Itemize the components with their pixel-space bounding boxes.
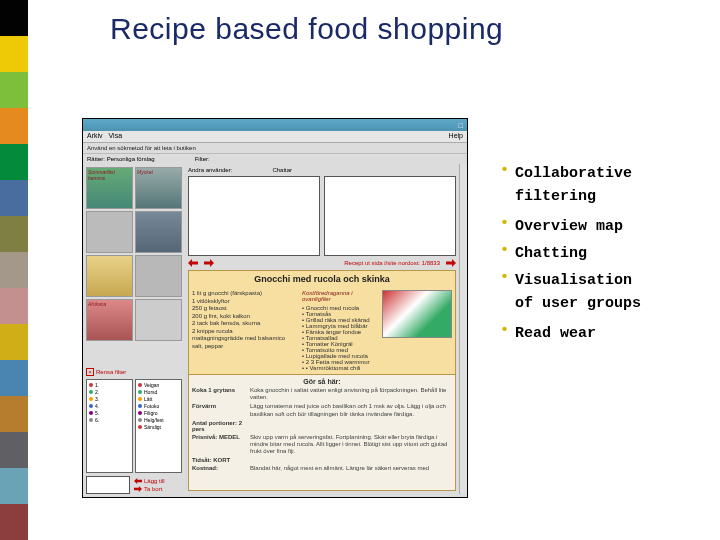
list-item[interactable]: 4. <box>89 403 130 409</box>
list-item[interactable]: 5. <box>89 410 130 416</box>
menu-arkiv[interactable]: Arkiv <box>87 132 103 141</box>
preview-box <box>86 476 130 494</box>
thumb-3[interactable] <box>86 211 133 253</box>
list-item[interactable]: Sändigt <box>138 424 179 430</box>
label-andra: Andra använder: <box>188 167 232 173</box>
label-filter: Filter: <box>195 156 210 162</box>
thumb-1[interactable]: Sommarfäst hemma <box>86 167 133 209</box>
list-item[interactable]: Horsd <box>138 389 179 395</box>
list-item[interactable]: 6. <box>89 417 130 423</box>
list-item[interactable]: • Varmrökttomat chili <box>302 365 378 371</box>
arrow-right-icon <box>134 486 142 492</box>
suggestion-list[interactable]: Gnocchi med rucolaTomatsåsGrillad räka m… <box>302 305 378 371</box>
page-counter: Recept ut sida i/site nordost: 1/8833 <box>344 260 440 266</box>
thumb-8[interactable] <box>135 299 182 341</box>
list-item[interactable]: 1. <box>89 382 130 388</box>
overview-map-box[interactable] <box>188 176 320 256</box>
ta-bort-link[interactable]: Ta bort <box>134 486 165 492</box>
close-icon: × <box>86 368 94 376</box>
app-screenshot: □ Arkiv Visa Help Använd en sökmetod för… <box>82 118 468 498</box>
recipe-image <box>382 290 452 338</box>
recipe-thumbnails[interactable]: Sommarfäst hemma Mycket Afrikana <box>83 164 185 344</box>
list-item[interactable]: 3. <box>89 396 130 402</box>
suggestion-label: Kostföredraganna i ovanligfiler <box>302 290 378 302</box>
lagg-till-link[interactable]: Lägg till <box>134 478 165 484</box>
thumb-2[interactable]: Mycket <box>135 167 182 209</box>
recipe-panel: Gnocchi med rucola och skinka 1 lit g gn… <box>188 270 456 491</box>
chat-box[interactable] <box>324 176 456 256</box>
filter-list-b[interactable]: VeiganHorsdLättFotokoFiligroHelg/festSän… <box>135 379 182 473</box>
next-icon-2[interactable] <box>446 259 456 267</box>
filter-lists: 1.2.3.4.5.6. VeiganHorsdLättFotokoFiligr… <box>86 379 182 473</box>
arrow-left-icon <box>134 478 142 484</box>
thumb-7[interactable]: Afrikana <box>86 299 133 341</box>
window-titlebar: □ <box>83 119 467 131</box>
thumb-6[interactable] <box>135 255 182 297</box>
rensa-filter[interactable]: ×Rensa filter <box>86 368 182 376</box>
list-item[interactable]: Helg/fest <box>138 417 179 423</box>
thumb-5[interactable] <box>86 255 133 297</box>
window-controls: □ <box>459 122 463 129</box>
scrollbar[interactable] <box>459 164 467 494</box>
panel-headers: Rätter: Personliga förslag Filter: <box>83 154 467 164</box>
next-recipe-icon[interactable] <box>204 259 214 267</box>
list-item[interactable]: Lätt <box>138 396 179 402</box>
hint-bar: Använd en sökmetod för att leta i butike… <box>83 143 467 154</box>
instructions-panel: Gör så här: Koka 1 grytansKoka gnocchin … <box>189 374 455 490</box>
ingredient-list: 1 lit g gnocchi (färskpasta)1 vitlökskly… <box>192 290 298 371</box>
list-item[interactable]: Fotoko <box>138 403 179 409</box>
bullet-list: •Collaborativefiltering•Overview map•Cha… <box>500 162 710 349</box>
prev-recipe-icon[interactable] <box>188 259 198 267</box>
menubar: Arkiv Visa Help <box>83 131 467 143</box>
menu-help[interactable]: Help <box>449 132 463 141</box>
list-item[interactable]: 2. <box>89 389 130 395</box>
instructions-header: Gör så här: <box>192 378 452 385</box>
list-item[interactable]: Veigan <box>138 382 179 388</box>
menu-visa[interactable]: Visa <box>109 132 123 141</box>
label-ratter: Rätter: Personliga förslag <box>87 156 155 162</box>
list-item[interactable]: Filigro <box>138 410 179 416</box>
decorative-stripe <box>0 0 28 540</box>
recipe-title: Gnocchi med rucola och skinka <box>189 271 455 287</box>
slide-title: Recipe based food shopping <box>110 12 503 46</box>
filter-list-a[interactable]: 1.2.3.4.5.6. <box>86 379 133 473</box>
label-chattar: Chattar <box>272 167 292 173</box>
thumb-4[interactable] <box>135 211 182 253</box>
